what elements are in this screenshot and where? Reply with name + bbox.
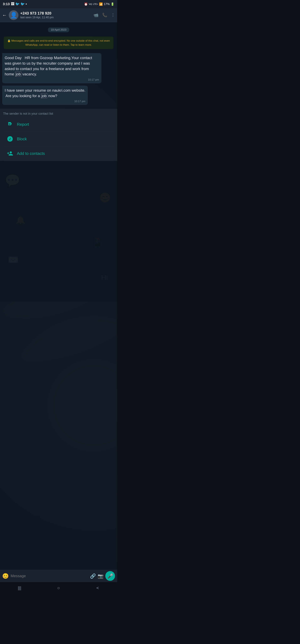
contact-status: last seen 19 Apr, 11:40 pm	[20, 16, 92, 19]
chat-content: 19 April 2023 🔒 Messages and calls are e…	[0, 22, 117, 109]
mic-button[interactable]: 🎤	[105, 571, 115, 581]
status-time: 3:13 🖼 🐦 🐦 •	[3, 2, 27, 6]
report-action[interactable]: Report	[3, 117, 114, 132]
status-right: ⏰ Vo) LTE+ 📶 17% 🔋	[84, 2, 114, 6]
chat-lower-area: 💬 😊 🔔 📱 ✉️ Hi	[0, 161, 117, 302]
date-badge: 19 April 2023	[2, 28, 115, 32]
camera-button[interactable]: 📷	[98, 573, 103, 579]
contact-info[interactable]: +243 973 178 920 last seen 19 Apr, 11:40…	[20, 11, 92, 19]
signal-icon: 📶	[99, 2, 103, 6]
add-to-contacts-label: Add to contacts	[17, 151, 45, 156]
deco-6: Hi	[101, 274, 108, 282]
status-bar: 3:13 🖼 🐦 🐦 • ⏰ Vo) LTE+ 📶 17% 🔋	[0, 0, 117, 8]
alarm-icon: ⏰	[84, 2, 88, 6]
svg-point-0	[7, 136, 12, 142]
message-time-2: 10:17 pm	[5, 100, 85, 104]
photo-icon: 🖼	[11, 2, 14, 6]
status-icons: 🖼 🐦 🐦 •	[11, 2, 27, 6]
not-in-contacts-text: The sender is not in your contact list	[3, 112, 114, 117]
bubble-received-1[interactable]: Good Day HR from Gozoop Marketing,Your c…	[2, 53, 101, 83]
lte-label: LTE+	[93, 3, 98, 5]
report-icon	[6, 120, 14, 128]
message-input[interactable]	[11, 574, 88, 578]
nav-home-icon: ○	[57, 586, 60, 590]
svg-line-1	[8, 137, 12, 141]
deco-1: 💬	[5, 173, 20, 188]
voice-call-button[interactable]: 📞	[102, 13, 107, 18]
add-to-contacts-action[interactable]: Add to contacts	[3, 146, 114, 161]
more-options-button[interactable]: ⋮	[111, 13, 115, 18]
job-highlight-1: job	[15, 72, 21, 76]
avatar-icon: 👤	[10, 12, 17, 18]
time-display: 3:13	[3, 2, 10, 6]
not-in-contacts-banner: The sender is not in your contact list R…	[0, 109, 117, 161]
add-contact-icon	[6, 150, 14, 157]
deco-3: 🔔	[16, 216, 25, 225]
deco-4: 📱	[91, 236, 105, 249]
message-bubble-2: I have seen your resume on naukri.com we…	[2, 86, 88, 106]
nav-menu-icon: |||	[18, 586, 21, 590]
block-icon	[6, 135, 14, 143]
date-label: 19 April 2023	[48, 28, 69, 32]
deco-5: ✉️	[8, 255, 18, 265]
job-highlight-2: job	[41, 94, 47, 98]
mic-icon: 🎤	[107, 573, 113, 579]
header-actions: 📹 📞 ⋮	[93, 13, 115, 18]
back-button[interactable]: ←	[2, 12, 7, 18]
dot-icon: •	[26, 2, 27, 6]
emoji-button[interactable]: 😊	[2, 573, 9, 579]
voip-icon: Vo)	[89, 3, 92, 5]
attach-button[interactable]: 🔗	[90, 573, 96, 579]
message-text-2: I have seen your resume on naukri.com we…	[5, 88, 85, 98]
encryption-text: 🔒 Messages and calls are end-to-end encr…	[6, 39, 111, 47]
nav-home-button[interactable]: ○	[52, 586, 65, 590]
avatar[interactable]: 👤	[9, 10, 18, 20]
nav-menu-button[interactable]: |||	[13, 586, 26, 590]
encryption-notice[interactable]: 🔒 Messages and calls are end-to-end encr…	[4, 36, 113, 49]
bubble-received-2[interactable]: I have seen your resume on naukri.com we…	[2, 86, 88, 105]
block-label: Block	[17, 136, 27, 142]
message-time-1: 10:17 pm	[5, 78, 99, 82]
battery-label: 17%	[104, 2, 110, 6]
nav-back-button[interactable]: <	[91, 586, 104, 590]
twitter-icon2: 🐦	[20, 2, 25, 6]
message-bar: 😊 🔗 📷 🎤	[0, 570, 117, 582]
chat-header: ← 👤 +243 973 178 920 last seen 19 Apr, 1…	[0, 8, 117, 22]
block-action[interactable]: Block	[3, 132, 114, 146]
video-call-button[interactable]: 📹	[93, 13, 98, 18]
contact-name: +243 973 178 920	[20, 11, 92, 16]
chat-background: 19 April 2023 🔒 Messages and calls are e…	[0, 22, 117, 570]
nav-back-icon: <	[96, 586, 99, 590]
nav-bar: ||| ○ <	[0, 582, 117, 593]
report-label: Report	[17, 122, 29, 127]
twitter-icon1: 🐦	[15, 2, 19, 6]
message-text-1: Good Day HR from Gozoop Marketing,Your c…	[5, 56, 92, 76]
deco-2: 😊	[99, 192, 111, 203]
message-bubble-1: Good Day HR from Gozoop Marketing,Your c…	[2, 53, 101, 84]
battery-icon: 🔋	[111, 2, 114, 6]
